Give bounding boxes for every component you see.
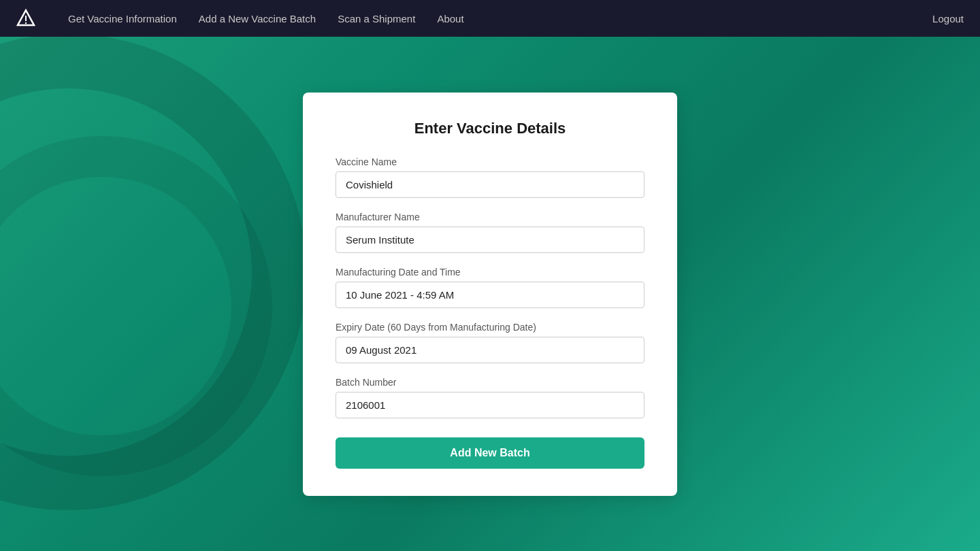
logo[interactable] bbox=[16, 9, 35, 28]
navbar: Get Vaccine Information Add a New Vaccin… bbox=[0, 0, 980, 37]
nav-scan[interactable]: Scan a Shipment bbox=[338, 13, 415, 24]
manufacturer-name-group: Manufacturer Name bbox=[336, 212, 644, 253]
batch-number-label: Batch Number bbox=[336, 377, 644, 388]
form-card: Enter Vaccine Details Vaccine Name Manuf… bbox=[303, 93, 677, 496]
manufacturing-date-label: Manufacturing Date and Time bbox=[336, 267, 644, 278]
vaccine-name-label: Vaccine Name bbox=[336, 156, 644, 167]
main-content: Enter Vaccine Details Vaccine Name Manuf… bbox=[0, 37, 980, 551]
expiry-date-label: Expiry Date (60 Days from Manufacturing … bbox=[336, 322, 644, 333]
batch-number-group: Batch Number bbox=[336, 377, 644, 418]
nav-get-vaccine[interactable]: Get Vaccine Information bbox=[68, 13, 177, 24]
logo-icon bbox=[16, 9, 35, 28]
batch-number-field[interactable] bbox=[336, 392, 644, 418]
manufacturer-name-field[interactable] bbox=[336, 227, 644, 253]
form-title: Enter Vaccine Details bbox=[336, 120, 644, 137]
manufacturing-date-group: Manufacturing Date and Time bbox=[336, 267, 644, 308]
vaccine-name-field[interactable] bbox=[336, 171, 644, 198]
add-batch-button[interactable]: Add New Batch bbox=[336, 437, 644, 469]
logout-button[interactable]: Logout bbox=[932, 13, 964, 24]
manufacturing-date-field[interactable] bbox=[336, 282, 644, 308]
nav-links: Get Vaccine Information Add a New Vaccin… bbox=[68, 13, 911, 24]
vaccine-name-group: Vaccine Name bbox=[336, 156, 644, 198]
svg-point-2 bbox=[25, 22, 27, 24]
expiry-date-field[interactable] bbox=[336, 337, 644, 363]
nav-add-batch[interactable]: Add a New Vaccine Batch bbox=[199, 13, 316, 24]
nav-about[interactable]: About bbox=[437, 13, 463, 24]
expiry-date-group: Expiry Date (60 Days from Manufacturing … bbox=[336, 322, 644, 363]
manufacturer-name-label: Manufacturer Name bbox=[336, 212, 644, 222]
